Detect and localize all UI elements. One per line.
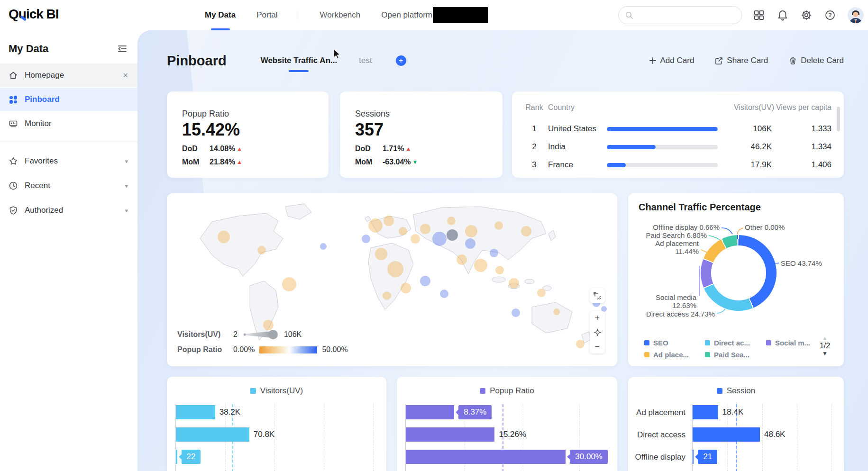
bar-row[interactable]: 30.00% — [406, 450, 608, 464]
bar[interactable] — [176, 427, 249, 442]
bell-icon[interactable] — [777, 9, 789, 21]
delete-card-button[interactable]: Delete Card — [789, 56, 844, 65]
table-row[interactable]: 1 United States 106K 1.333 — [512, 120, 844, 138]
donut-label-direct: Direct access 24.73% — [628, 310, 715, 318]
bar-value: 15.26% — [499, 430, 526, 439]
legend-label: Paid Sea... — [714, 351, 749, 359]
donut-ring[interactable] — [701, 235, 777, 311]
board-header: Pinboard Website Traffic An... test + Ad… — [167, 50, 844, 72]
legend-item-direct[interactable]: Direct ac... — [705, 339, 750, 347]
header-country: Country — [544, 103, 600, 112]
sidebar-group-recent[interactable]: Recent ▾ — [0, 173, 137, 198]
rank-bar — [607, 163, 626, 167]
bar[interactable] — [693, 427, 760, 442]
table-row[interactable]: 3 France 17.9K 1.406 — [512, 156, 844, 174]
plus-icon — [649, 57, 657, 64]
sidebar-item-homepage[interactable]: Homepage × — [0, 63, 137, 87]
cell-country: France — [544, 160, 600, 170]
table-row[interactable]: 2 India 46.2K 1.334 — [512, 138, 844, 156]
size-legend-min: 2 — [233, 330, 238, 339]
cell-rank: 1 — [524, 124, 544, 134]
nav-workbench[interactable]: Workbench — [320, 0, 361, 30]
nav-portal[interactable]: Portal — [256, 0, 277, 30]
svg-text:?: ? — [828, 12, 831, 18]
zoom-out-button[interactable]: − — [590, 339, 605, 353]
sidebar-item-pinboard[interactable]: Pinboard — [0, 88, 137, 111]
map-legend: Visitors(UV) 2 106K Popup Ratio 0.00% 50… — [177, 326, 353, 356]
pager-up-icon[interactable]: ▲ — [815, 335, 834, 342]
bar-row[interactable]: 21 — [693, 450, 834, 464]
legend-item-ad[interactable]: Ad place... — [644, 351, 689, 359]
bar-row[interactable]: 22 — [176, 450, 377, 464]
share-card-button[interactable]: Share Card — [715, 56, 768, 65]
scrollbar-thumb[interactable] — [837, 107, 840, 131]
search-input[interactable] — [633, 11, 728, 19]
cell-views: 1.406 — [772, 160, 831, 170]
legend-item-paid[interactable]: Paid Sea... — [705, 351, 750, 359]
mouse-cursor — [333, 49, 343, 59]
pager-down-icon[interactable]: ▼ — [815, 350, 834, 357]
sidebar-title: My Data — [9, 43, 48, 55]
size-ramp-icon — [242, 329, 279, 340]
collapse-sidebar-icon[interactable] — [118, 45, 127, 53]
kpi-mom-value: 21.84% — [210, 158, 235, 166]
zoom-in-button[interactable]: + — [590, 311, 605, 325]
search-box[interactable] — [618, 6, 742, 24]
chart-plot: 38.2K 70.8K 22 — [175, 404, 377, 471]
sidebar: My Data Homepage × Pinboard Monitor Favo… — [0, 30, 137, 471]
bar[interactable] — [693, 450, 694, 464]
sidebar-group-favorites[interactable]: Favorites ▾ — [0, 149, 137, 173]
quickbi-logo[interactable]: Quick BI — [9, 7, 59, 22]
bar[interactable] — [406, 427, 494, 442]
bar[interactable] — [693, 405, 718, 419]
redacted-text — [433, 7, 488, 23]
donut-label-line: Social media — [640, 293, 696, 301]
legend-label: SEO — [653, 339, 668, 347]
bar-row[interactable]: 18.4K — [693, 405, 834, 419]
kpi-title: Popup Ratio — [182, 109, 229, 119]
chart-legend[interactable]: Session — [628, 386, 844, 396]
bar-row[interactable]: 38.2K — [176, 405, 377, 419]
legend-item-seo[interactable]: SEO — [644, 339, 689, 347]
up-triangle-icon: ▲ — [237, 159, 242, 165]
color-gradient-bar — [259, 346, 317, 353]
add-tab-button[interactable]: + — [396, 55, 406, 66]
bar-value: 18.4K — [722, 408, 743, 417]
gear-icon[interactable] — [800, 9, 813, 21]
category-label: Offline display — [635, 453, 685, 462]
color-legend-min: 0.00% — [233, 345, 255, 354]
avatar[interactable] — [848, 7, 864, 23]
chart-legend[interactable]: Visitors(UV) — [167, 386, 386, 396]
tab-website-traffic[interactable]: Website Traffic An... — [261, 51, 338, 70]
bar-row[interactable]: 15.26% — [406, 427, 608, 442]
sidebar-item-monitor[interactable]: Monitor — [0, 112, 137, 135]
box-zoom-button[interactable] — [590, 288, 605, 303]
chart-plot: 18.4K 48.6K 21 — [692, 404, 834, 471]
kpi-title: Sessions — [355, 109, 390, 119]
nav-open-platform[interactable]: Open platform — [381, 0, 432, 30]
rank-bar — [607, 127, 718, 131]
locate-button[interactable] — [590, 325, 605, 339]
bar-row[interactable]: 48.6K — [693, 427, 834, 442]
kpi-dod-row: DoD 1.71% ▲ — [355, 145, 411, 153]
bar-row[interactable]: 70.8K — [176, 427, 377, 442]
rank-table-header: Rank Country Visitors(UV) Views per capi… — [512, 102, 844, 113]
bar[interactable] — [406, 450, 566, 464]
kpi-dod-row: DoD 14.08% ▲ — [182, 145, 242, 153]
bar[interactable] — [176, 405, 215, 419]
apps-grid-icon[interactable] — [753, 9, 765, 21]
chart-legend[interactable]: Popup Ratio — [397, 386, 617, 396]
help-icon[interactable]: ? — [824, 9, 836, 21]
bar[interactable] — [176, 450, 177, 464]
close-icon[interactable]: × — [123, 71, 128, 80]
add-card-button[interactable]: Add Card — [649, 56, 694, 65]
sidebar-group-authorized[interactable]: Authorized ▾ — [0, 198, 137, 223]
nav-my-data[interactable]: My Data — [205, 0, 236, 30]
cell-rank: 3 — [524, 160, 544, 170]
bar[interactable] — [406, 405, 454, 419]
legend-item-social[interactable]: Social m... — [766, 339, 810, 347]
header-views: Views per capita — [772, 103, 831, 112]
kpi-dod-value: 14.08% — [210, 145, 235, 153]
bar-row[interactable]: 8.37% — [406, 405, 608, 419]
tab-test[interactable]: test — [359, 51, 372, 70]
